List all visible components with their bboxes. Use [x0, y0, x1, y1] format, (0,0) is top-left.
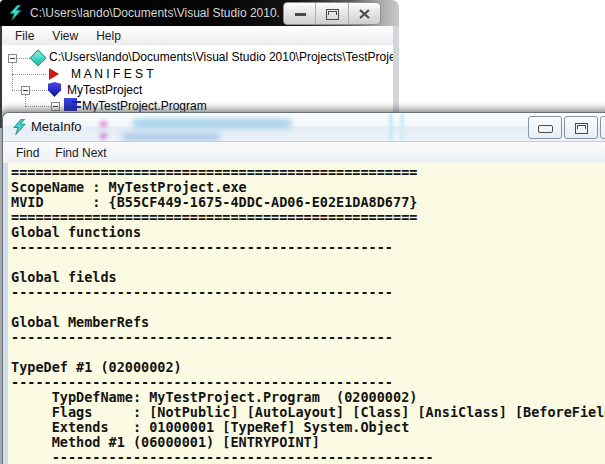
tree-expander-class[interactable] [51, 102, 60, 111]
module-shield-icon [48, 82, 61, 97]
metainfo-content-pane: ========================================… [3, 163, 605, 464]
tree-item-class[interactable]: MyTestProject.Program [82, 99, 207, 113]
glass-blur-artifact [122, 133, 220, 141]
menu-item-file[interactable]: File [6, 29, 43, 43]
glass-blur-artifact [100, 121, 107, 127]
minimize-button[interactable] [284, 3, 316, 24]
minimize-icon [538, 125, 553, 133]
close-button[interactable] [600, 116, 605, 139]
tree-connector [25, 95, 26, 106]
metainfo-window: MetaInfo Find Find Next ================… [2, 112, 605, 464]
minimize-icon [295, 13, 306, 16]
metainfo-window-controls [528, 116, 605, 139]
class-box-icon [64, 98, 77, 111]
maximize-button[interactable] [564, 116, 598, 139]
metainfo-menubar: Find Find Next [3, 142, 605, 164]
menu-item-find[interactable]: Find [8, 146, 47, 160]
menu-item-view[interactable]: View [43, 29, 87, 43]
desktop: { "main_window": { "title": "C:\\Users\\… [0, 0, 605, 464]
main-window-titlebar[interactable]: C:\Users\lando\Documents\Visual Studio 2… [0, 0, 399, 26]
metainfo-window-title: MetaInfo [31, 113, 82, 141]
tree-expander-root[interactable] [8, 54, 17, 63]
main-window-title: C:\Users\lando\Documents\Visual Studio 2… [30, 0, 280, 26]
glass-blur-artifact [389, 113, 393, 141]
metainfo-text: ========================================… [8, 163, 605, 464]
tree-connector [12, 90, 21, 91]
ildasm-lightning-icon [8, 5, 23, 21]
glass-blur-artifact [133, 119, 291, 128]
menu-item-help[interactable]: Help [87, 29, 130, 43]
glass-blur-artifact [100, 133, 107, 139]
ildasm-lightning-icon [12, 119, 27, 135]
tree-item-manifest[interactable]: M A N I F E S T [71, 67, 153, 81]
maximize-button[interactable] [316, 3, 348, 24]
menu-item-find-next[interactable]: Find Next [47, 146, 114, 160]
assembly-diamond-icon [30, 50, 47, 67]
minimize-button[interactable] [528, 116, 562, 139]
metainfo-titlebar[interactable]: MetaInfo [3, 113, 605, 142]
tree-connector [30, 90, 47, 91]
tree-item-module[interactable]: MyTestProject [67, 83, 142, 97]
tree-connector [12, 74, 46, 75]
close-button[interactable] [349, 3, 380, 24]
glass-blur-artifact [400, 113, 404, 141]
tree-connector [17, 58, 30, 59]
manifest-arrow-icon [49, 68, 59, 80]
maximize-icon [326, 9, 339, 20]
tree-expander-module[interactable] [21, 86, 30, 95]
maximize-icon [575, 123, 588, 134]
main-window-controls [283, 2, 381, 25]
ildasm-main-window: C:\Users\lando\Documents\Visual Studio 2… [0, 0, 399, 128]
main-menubar: File View Help [2, 26, 393, 46]
tree-item-assembly[interactable]: C:\Users\lando\Documents\Visual Studio 2… [49, 50, 393, 64]
close-icon [359, 9, 370, 19]
tree-connector [25, 106, 51, 107]
